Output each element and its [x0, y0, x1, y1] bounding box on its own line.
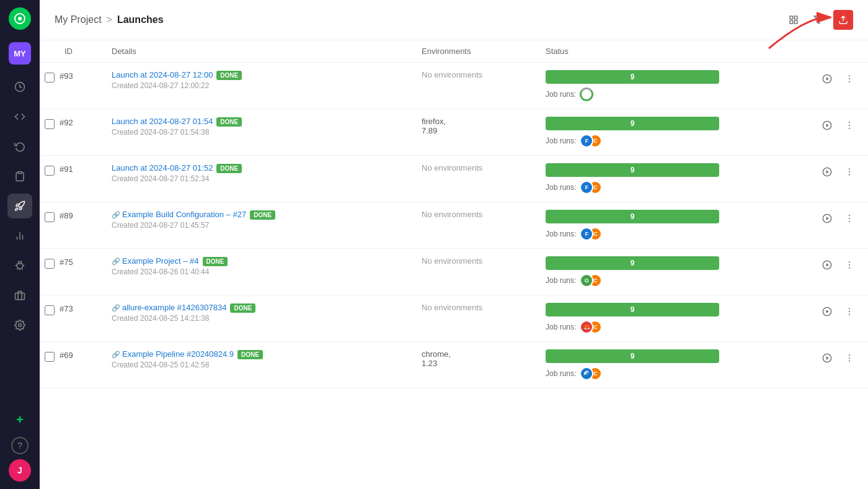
- row-details-cell: 🔗Example Project – #4DONE Created 2024-0…: [102, 249, 412, 295]
- user-avatar[interactable]: J: [9, 459, 31, 482]
- more-options-button[interactable]: [841, 117, 858, 134]
- export-button[interactable]: [833, 10, 853, 30]
- launch-link[interactable]: Launch at 2024-08-27 01:52: [112, 163, 213, 173]
- status-actions: 9 Job runs: 🦊 C: [546, 303, 858, 334]
- play-button[interactable]: [818, 256, 836, 274]
- breadcrumb-project[interactable]: My Project: [55, 14, 102, 25]
- row-status-cell: 9 Job runs: 🌊 C: [536, 342, 868, 388]
- breadcrumb: My Project > Launches: [55, 14, 164, 25]
- launch-link[interactable]: Example Project – #4: [122, 256, 199, 266]
- row-checkbox[interactable]: [45, 259, 55, 269]
- svg-rect-10: [790, 16, 793, 19]
- more-options-button[interactable]: [841, 349, 858, 367]
- progress-bar-area: 9 Job runs: F C: [546, 163, 813, 194]
- svg-marker-22: [826, 123, 829, 127]
- more-options-button[interactable]: [841, 256, 858, 274]
- row-status-cell: 9 Job runs: G C: [536, 249, 868, 295]
- svg-point-49: [849, 357, 850, 359]
- play-button[interactable]: [818, 117, 836, 134]
- progress-fill: 9: [546, 303, 719, 316]
- row-id: #69: [60, 351, 73, 360]
- sidebar-item-launches[interactable]: [7, 194, 32, 218]
- play-button[interactable]: [818, 163, 836, 181]
- job-runs-label: Job runs:: [546, 369, 576, 378]
- launch-link[interactable]: Example Build Configuration – #27: [122, 210, 246, 219]
- progress-bar-area: 9 Job runs: F C: [546, 210, 813, 241]
- status-badge: DONE: [230, 303, 255, 313]
- svg-point-39: [849, 264, 850, 266]
- svg-point-45: [849, 314, 850, 315]
- progress-fill: 9: [546, 349, 719, 363]
- play-button[interactable]: [818, 210, 836, 227]
- launch-link[interactable]: allure-example #1426307834: [122, 303, 226, 312]
- project-avatar[interactable]: MY: [9, 42, 31, 65]
- sidebar-item-add[interactable]: +: [7, 407, 32, 432]
- progress-bar: 9: [546, 117, 719, 130]
- svg-marker-37: [826, 263, 829, 266]
- more-options-button[interactable]: [841, 70, 858, 87]
- no-environments: No environments: [422, 303, 482, 312]
- app-logo[interactable]: [9, 7, 31, 30]
- environment-value: firefox,7.89: [422, 117, 446, 135]
- col-status: Status: [536, 40, 868, 63]
- progress-bar-area: 9 Job runs: G C: [546, 256, 813, 287]
- svg-marker-47: [826, 356, 829, 359]
- row-checkbox[interactable]: [45, 73, 55, 83]
- created-date: Created 2024-08-27 01:52:34: [112, 174, 402, 183]
- breadcrumb-current: Launches: [117, 14, 164, 25]
- status-badge: DONE: [250, 210, 275, 220]
- svg-rect-13: [794, 20, 797, 24]
- row-env-cell: chrome,1.23: [412, 342, 536, 388]
- row-checkbox[interactable]: [45, 166, 55, 176]
- launches-table: ID Details Environments Status #93 Launc…: [40, 40, 868, 388]
- job-runs-label: Job runs:: [546, 323, 576, 331]
- environment-value: chrome,1.23: [422, 349, 451, 368]
- sidebar-item-bugs[interactable]: [7, 253, 32, 278]
- sidebar-item-code[interactable]: [7, 104, 32, 129]
- svg-point-50: [849, 361, 850, 362]
- row-id: #73: [60, 304, 73, 313]
- play-button[interactable]: [818, 349, 836, 367]
- status-badge: DONE: [216, 117, 242, 127]
- table-row: #93 Launch at 2024-08-27 12:00DONE Creat…: [40, 63, 868, 109]
- sidebar-item-dashboard[interactable]: [7, 74, 32, 99]
- more-options-button[interactable]: [841, 210, 858, 227]
- table-row: #91 Launch at 2024-08-27 01:52DONE Creat…: [40, 156, 868, 202]
- launches-table-container: ID Details Environments Status #93 Launc…: [40, 40, 868, 489]
- progress-fill: 9: [546, 210, 719, 223]
- svg-point-9: [19, 324, 22, 327]
- row-id-cell: #89: [40, 202, 102, 231]
- sidebar-item-storage[interactable]: [7, 283, 32, 308]
- filter-button[interactable]: [808, 10, 828, 30]
- sidebar-item-settings[interactable]: [7, 313, 32, 338]
- status-badge: DONE: [203, 257, 228, 266]
- launch-link[interactable]: Launch at 2024-08-27 12:00: [112, 70, 213, 79]
- launch-link[interactable]: Launch at 2024-08-27 01:54: [112, 117, 213, 126]
- svg-point-18: [849, 75, 850, 76]
- row-checkbox[interactable]: [45, 212, 55, 222]
- sidebar-item-refresh[interactable]: [7, 134, 32, 159]
- col-details: Details: [102, 40, 412, 63]
- sidebar-item-analytics[interactable]: [7, 223, 32, 248]
- row-checkbox[interactable]: [45, 352, 55, 362]
- created-date: Created 2024-08-27 12:00:22: [112, 81, 402, 90]
- sidebar-item-help[interactable]: ?: [11, 437, 29, 454]
- svg-rect-7: [19, 262, 22, 264]
- sidebar-item-clipboard[interactable]: [7, 164, 32, 189]
- table-row: #69 🔗Example Pipeline #20240824.9DONE Cr…: [40, 342, 868, 388]
- svg-point-20: [849, 81, 850, 83]
- play-button[interactable]: [818, 303, 836, 320]
- job-runs-label: Job runs:: [546, 137, 576, 145]
- svg-marker-32: [826, 217, 829, 220]
- row-details-cell: 🔗Example Pipeline #20240824.9DONE Create…: [102, 342, 412, 388]
- more-options-button[interactable]: [841, 303, 858, 320]
- launch-link[interactable]: Example Pipeline #20240824.9: [122, 349, 234, 359]
- more-options-button[interactable]: [841, 163, 858, 181]
- svg-point-1: [18, 17, 22, 20]
- row-checkbox[interactable]: [45, 119, 55, 129]
- row-details-cell: Launch at 2024-08-27 01:54DONE Created 2…: [102, 109, 412, 156]
- row-checkbox[interactable]: [45, 305, 55, 315]
- grid-view-button[interactable]: [784, 10, 804, 30]
- status-actions: 9 Job runs: F C: [546, 210, 858, 241]
- play-button[interactable]: [818, 70, 836, 87]
